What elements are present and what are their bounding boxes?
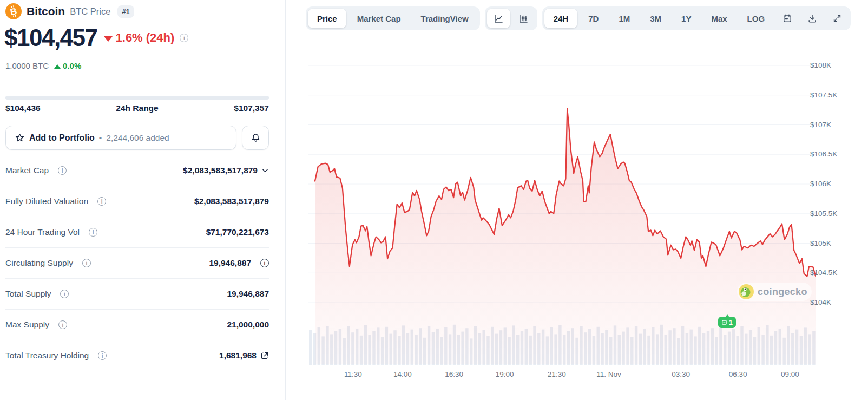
x-tick-label: 19:00 <box>485 370 525 378</box>
stat-row-max-supply: Max Supply 21,000,000 <box>5 309 269 340</box>
stat-row-circulating-supply: Circulating Supply 19,946,887 <box>5 247 269 278</box>
info-icon[interactable] <box>97 197 106 206</box>
range-low: $104,436 <box>5 103 41 113</box>
range-row: $104,436 24h Range $107,357 <box>5 103 269 113</box>
fullscreen-icon[interactable] <box>825 9 849 28</box>
add-to-portfolio-button[interactable]: Add to Portfolio • 2,244,606 added <box>5 126 236 150</box>
info-icon[interactable] <box>58 320 67 329</box>
x-axis-labels: 11:3014:0016:3019:0021:3011. Nov03:3006:… <box>308 370 817 381</box>
price-chart[interactable] <box>308 49 817 373</box>
price-area-fill <box>315 109 816 364</box>
y-tick-label: $105K <box>810 238 831 249</box>
price-info-icon[interactable] <box>180 34 188 42</box>
coin-summary-panel: B Bitcoin BTC Price #1 $104,457 1.6% (24… <box>0 0 286 400</box>
coingecko-logo-icon <box>739 284 754 299</box>
x-tick-label: 14:00 <box>383 370 423 378</box>
range-slider-bar <box>5 96 269 100</box>
x-tick-label: 03:30 <box>661 370 701 378</box>
coin-price-label: BTC Price <box>70 6 110 17</box>
notification-bell-button[interactable] <box>242 126 269 150</box>
range-1y[interactable]: 1Y <box>672 9 700 28</box>
stat-label: 24 Hour Trading Vol <box>5 227 80 237</box>
btc-change: 0.0% <box>63 61 81 70</box>
portfolio-label: Add to Portfolio <box>29 133 95 143</box>
info-icon[interactable] <box>60 290 69 298</box>
bitcoin-logo-icon: B <box>5 3 22 19</box>
btc-equivalent: 1.0000 BTC <box>5 61 49 70</box>
line-chart-icon[interactable] <box>487 9 510 28</box>
rank-badge: #1 <box>117 5 134 18</box>
stat-value: 19,946,887 <box>227 289 269 299</box>
chart-type-toggle <box>485 6 537 30</box>
x-tick-label: 16:30 <box>434 370 474 378</box>
stat-row-treasury: Total Treasury Holding 1,681,968 <box>5 340 269 371</box>
stat-label: Total Supply <box>5 289 51 299</box>
y-tick-label: $106.5K <box>810 149 837 160</box>
triangle-up-icon <box>54 64 61 69</box>
stat-row-total-supply: Total Supply 19,946,887 <box>5 278 269 309</box>
stat-label: Fully Diluted Valuation <box>5 196 88 206</box>
coin-header: B Bitcoin BTC Price #1 <box>5 3 134 19</box>
btc-equivalent-row: 1.0000 BTC 0.0% <box>5 61 81 70</box>
calendar-icon[interactable] <box>775 9 799 28</box>
stat-row-trading-vol: 24 Hour Trading Vol $71,770,221,673 <box>5 217 269 247</box>
stat-value: $71,770,221,673 <box>206 227 269 237</box>
portfolio-bullet: • <box>99 133 102 143</box>
tab-market-cap[interactable]: Market Cap <box>348 9 410 28</box>
range-1m[interactable]: 1M <box>609 9 639 28</box>
volume-bar <box>309 330 312 365</box>
portfolio-added-count: 2,244,606 added <box>106 133 169 143</box>
stat-value: $2,083,583,517,879 <box>194 196 269 206</box>
current-price: $104,457 <box>4 24 97 51</box>
watermark-text: coingecko <box>758 286 807 298</box>
bell-icon <box>250 132 261 143</box>
stat-row-fdv: Fully Diluted Valuation $2,083,583,517,8… <box>5 186 269 217</box>
chart-toolbar: Price Market Cap TradingView 24H 7D <box>306 6 851 30</box>
triangle-down-icon <box>104 36 113 42</box>
stat-value: 1,681,968 <box>219 351 257 360</box>
info-icon[interactable] <box>89 228 97 237</box>
stat-label: Circulating Supply <box>5 258 73 268</box>
y-tick-label: $105.5K <box>810 208 837 219</box>
info-icon[interactable] <box>58 166 67 175</box>
coin-name: Bitcoin <box>27 5 65 18</box>
stat-row-market-cap: Market Cap $2,083,583,517,879 <box>5 155 269 186</box>
chevron-down-icon[interactable] <box>261 167 269 174</box>
range-24h[interactable]: 24H <box>544 9 578 28</box>
info-icon[interactable] <box>260 259 269 267</box>
tab-price[interactable]: Price <box>308 9 346 28</box>
info-icon[interactable] <box>82 259 91 267</box>
y-tick-label: $106K <box>810 179 831 189</box>
range-max[interactable]: Max <box>702 9 736 28</box>
x-tick-label: 11. Nov <box>589 370 629 378</box>
stat-value: $2,083,583,517,879 <box>183 166 258 175</box>
y-tick-label: $108K <box>810 60 831 71</box>
stat-value: 21,000,000 <box>227 320 269 330</box>
x-tick-label: 09:00 <box>770 370 810 378</box>
range-label: 24h Range <box>116 103 158 113</box>
y-tick-label: $104K <box>810 297 831 308</box>
stat-label: Total Treasury Holding <box>5 351 89 360</box>
news-count: 1 <box>729 319 733 326</box>
star-icon <box>15 133 25 143</box>
x-tick-label: 06:30 <box>718 370 758 378</box>
tab-tradingview[interactable]: TradingView <box>412 9 478 28</box>
stat-label: Market Cap <box>5 166 49 175</box>
chart-view-tabs: Price Market Cap TradingView <box>306 6 480 30</box>
news-marker-badge[interactable]: 1 <box>718 317 736 328</box>
chart-range-tabs: 24H 7D 1M 3M 1Y Max LOG <box>542 6 851 30</box>
range-7d[interactable]: 7D <box>579 9 608 28</box>
stat-label: Max Supply <box>5 320 49 330</box>
y-tick-label: $107K <box>810 120 831 130</box>
info-icon[interactable] <box>98 351 107 360</box>
download-icon[interactable] <box>800 9 824 28</box>
coin-stats-table: Market Cap $2,083,583,517,879 Fully Dilu… <box>5 155 269 371</box>
range-3m[interactable]: 3M <box>641 9 670 28</box>
candlestick-chart-icon[interactable] <box>512 9 535 28</box>
stat-value: 19,946,887 <box>209 258 251 268</box>
x-tick-label: 11:30 <box>333 370 373 378</box>
external-link-icon[interactable] <box>260 351 269 360</box>
log-scale-toggle[interactable]: LOG <box>738 9 774 28</box>
x-tick-label: 21:30 <box>537 370 577 378</box>
y-tick-label: $104.5K <box>810 267 837 278</box>
